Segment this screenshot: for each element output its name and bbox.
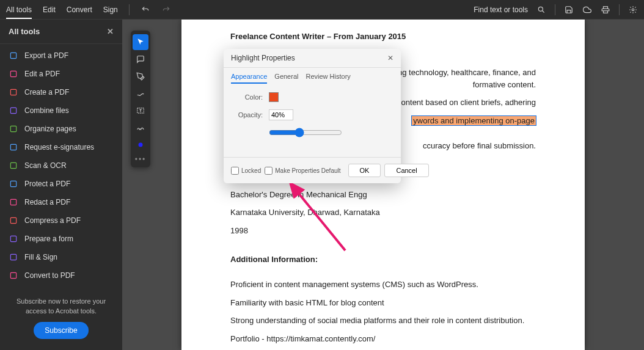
svg-rect-5 — [10, 71, 16, 76]
sidebar-item-label: Scan & OCR — [24, 161, 67, 170]
text-box-icon[interactable] — [133, 103, 148, 118]
menu-edit[interactable]: Edit — [43, 5, 56, 14]
sidebar-item-request-e-signatures[interactable]: Request e-signatures — [0, 138, 122, 156]
menu-divider — [129, 4, 130, 15]
body-text: Proficient in content management systems… — [230, 279, 536, 291]
subscribe-button[interactable]: Subscribe — [34, 322, 88, 339]
svg-rect-1 — [604, 6, 608, 9]
menu-convert[interactable]: Convert — [67, 5, 92, 14]
tool-icon — [9, 124, 18, 134]
sidebar-item-label: Protect a PDF — [24, 180, 70, 188]
sidebar-item-fill-sign[interactable]: Fill & Sign — [0, 248, 122, 266]
svg-rect-14 — [10, 236, 16, 241]
svg-point-3 — [632, 9, 634, 11]
sidebar-item-organize-pages[interactable]: Organize pages — [0, 120, 122, 138]
sidebar-item-create-a-pdf[interactable]: Create a PDF — [0, 83, 122, 101]
sidebar-item-prepare-a-form[interactable]: Prepare a form — [0, 230, 122, 248]
body-text: Portfolio - https://timkamat.contently.c… — [230, 333, 536, 345]
opacity-slider[interactable] — [269, 128, 342, 137]
tool-icon — [9, 142, 18, 152]
make-default-checkbox[interactable] — [265, 167, 273, 175]
svg-point-0 — [538, 7, 543, 11]
menu-sign[interactable]: Sign — [103, 5, 118, 14]
sidebar-item-label: Prepare a form — [24, 235, 73, 243]
sidebar-item-label: Create a PDF — [24, 88, 69, 97]
more-tools-icon[interactable]: ••• — [135, 155, 147, 164]
print-icon[interactable] — [601, 5, 610, 15]
highlight-icon[interactable] — [133, 68, 148, 84]
cloud-icon[interactable] — [582, 5, 592, 15]
sidebar-items: Export a PDFEdit a PDFCreate a PDFCombin… — [0, 44, 122, 290]
sidebar-item-label: Edit a PDF — [24, 70, 60, 78]
opacity-label: Opacity: — [236, 111, 263, 118]
genai-icon[interactable] — [628, 5, 638, 15]
svg-rect-13 — [10, 217, 16, 223]
sidebar-item-label: Compress a PDF — [24, 216, 81, 225]
make-default-checkbox-label[interactable]: Make Properties Default — [265, 167, 340, 175]
svg-rect-7 — [10, 108, 16, 113]
sidebar-item-label: Organize pages — [24, 125, 76, 133]
sidebar-item-protect-a-pdf[interactable]: Protect a PDF — [0, 175, 122, 193]
sidebar-item-label: Request e-signatures — [24, 143, 94, 151]
tool-icon — [9, 161, 18, 170]
svg-point-19 — [139, 143, 143, 147]
body-text: Familiarity with basic HTML for blog con… — [230, 297, 536, 309]
section-heading: Additional Information: — [230, 255, 536, 264]
color-dot-icon[interactable] — [133, 137, 148, 153]
sidebar-item-label: Convert to PDF — [24, 271, 75, 280]
svg-rect-12 — [10, 199, 16, 205]
svg-rect-8 — [10, 126, 16, 131]
page-heading: Freelance Content Writer – From January … — [230, 32, 536, 41]
search-label[interactable]: Find text or tools — [474, 5, 528, 14]
sidebar: All tools ✕ Export a PDFEdit a PDFCreate… — [0, 20, 122, 350]
sidebar-item-label: Export a PDF — [24, 51, 68, 60]
svg-rect-2 — [604, 10, 608, 13]
save-icon[interactable] — [564, 5, 574, 15]
sidebar-item-edit-a-pdf[interactable]: Edit a PDF — [0, 65, 122, 83]
svg-rect-6 — [10, 89, 16, 95]
right-divider — [555, 4, 555, 15]
tab-review-history[interactable]: Review History — [306, 73, 350, 84]
draw-icon[interactable] — [133, 86, 148, 101]
sidebar-footer: Subscribe now to restore your access to … — [0, 290, 122, 350]
sidebar-item-convert-to-pdf[interactable]: Convert to PDF — [0, 266, 122, 285]
comment-icon[interactable] — [133, 51, 148, 67]
redo-icon[interactable] — [161, 5, 171, 15]
sidebar-item-scan-ocr[interactable]: Scan & OCR — [0, 156, 122, 175]
locked-checkbox-label[interactable]: Locked — [231, 167, 261, 175]
tool-icon — [9, 106, 18, 115]
highlight-properties-dialog: Highlight Properties ✕ Appearance Genera… — [224, 49, 401, 183]
sign-icon[interactable] — [133, 120, 148, 136]
locked-checkbox[interactable] — [231, 167, 239, 175]
svg-rect-4 — [10, 53, 16, 58]
undo-icon[interactable] — [141, 5, 150, 15]
select-tool-icon[interactable] — [133, 34, 148, 50]
ok-button[interactable]: OK — [348, 164, 381, 177]
body-text: Strong understanding of social media pla… — [230, 315, 536, 327]
highlighted-text[interactable]: ywords and implementing on-page — [412, 116, 536, 125]
sidebar-item-combine-files[interactable]: Combine files — [0, 101, 122, 120]
tool-icon — [9, 271, 18, 280]
tab-appearance[interactable]: Appearance — [231, 73, 267, 84]
close-icon[interactable]: ✕ — [107, 27, 114, 36]
sidebar-item-label: Redact a PDF — [24, 198, 70, 206]
body-text: 1998 — [230, 225, 536, 237]
tool-icon — [9, 234, 18, 244]
opacity-input[interactable] — [269, 109, 293, 120]
cancel-button[interactable]: Cancel — [384, 164, 428, 177]
sidebar-item-export-a-pdf[interactable]: Export a PDF — [0, 46, 122, 65]
annotation-toolbar: ••• — [131, 31, 150, 167]
sidebar-item-redact-a-pdf[interactable]: Redact a PDF — [0, 193, 122, 211]
menu-all-tools[interactable]: All tools — [6, 5, 32, 19]
tool-icon — [9, 179, 18, 189]
close-icon[interactable]: ✕ — [387, 54, 393, 62]
sidebar-item-view-more[interactable]: View more — [0, 285, 122, 290]
sidebar-item-compress-a-pdf[interactable]: Compress a PDF — [0, 211, 122, 230]
svg-rect-16 — [10, 272, 16, 278]
color-label: Color: — [236, 93, 263, 101]
top-menubar: All tools Edit Convert Sign Find text or… — [0, 0, 644, 20]
search-icon[interactable] — [536, 5, 546, 15]
tool-icon — [9, 252, 18, 262]
color-swatch[interactable] — [269, 92, 279, 102]
tab-general[interactable]: General — [274, 73, 298, 84]
